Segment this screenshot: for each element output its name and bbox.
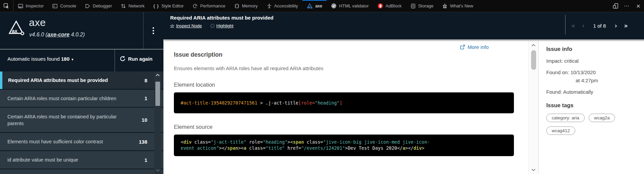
first-page-button[interactable]: « <box>571 23 575 29</box>
highlight-link[interactable]: Highlight <box>211 23 234 28</box>
tab-axe[interactable]: ax axe <box>302 0 327 12</box>
issues-found-label: Automatic issues found <box>7 56 61 62</box>
element-location-code: #act-title-19540292707471561 > .j-act-ti… <box>174 92 514 113</box>
performance-icon <box>192 3 198 9</box>
tag-wcag412: wcag412 <box>546 126 575 135</box>
tab-network[interactable]: Network <box>116 0 149 12</box>
highlight-icon <box>211 24 214 28</box>
tab-performance[interactable]: Performance <box>188 0 229 12</box>
tab-storage[interactable]: Storage <box>406 0 438 12</box>
more-info-link[interactable]: More info <box>460 44 489 50</box>
issue-row-color-contrast[interactable]: Elements must have sufficient color cont… <box>0 133 163 151</box>
issue-row-roles-contain-children[interactable]: Certain ARIA roles must contain particul… <box>0 90 163 108</box>
scroll-down-icon[interactable] <box>155 169 160 172</box>
issue-description-text: Ensures elements with ARIA roles have al… <box>174 65 528 71</box>
refresh-icon <box>120 56 126 62</box>
tab-adblock[interactable]: AdBlock <box>373 0 406 12</box>
code-line: event acticon"></span><a class="title" h… <box>181 145 507 151</box>
tab-style-editor[interactable]: { } Style Editor <box>149 0 188 12</box>
issue-row-required-aria-attributes[interactable]: Required ARIA attributes must be provide… <box>0 71 163 90</box>
memory-icon <box>234 3 240 9</box>
found-label: Found: <box>546 89 563 95</box>
pick-element-icon <box>3 3 9 9</box>
tag-wcag2a: wcag2a <box>589 114 615 122</box>
tab-label: What's New <box>450 3 473 8</box>
summary-divider <box>115 50 115 71</box>
axe-tab-icon: ax <box>307 3 313 9</box>
scroll-down-icon[interactable] <box>531 168 536 171</box>
element-source-heading: Element source <box>174 124 528 130</box>
tab-label: HTML validator <box>339 3 369 8</box>
tab-label: Storage <box>418 3 434 8</box>
issue-detail-panel: More info Issue description Ensures elem… <box>163 41 528 174</box>
pagination: « ‹ 1 of 8 › » <box>571 12 628 39</box>
issue-info-panel: Issue info Impact: critical Found on: 10… <box>538 41 644 174</box>
inspect-node-label: Inspect Node <box>176 23 202 28</box>
tab-label: axe <box>315 3 322 8</box>
issue-list-scrollbar[interactable] <box>154 71 161 174</box>
tab-memory[interactable]: Memory <box>230 0 262 12</box>
issue-row-id-unique[interactable]: id attribute value must be unique 1 <box>0 151 163 169</box>
content-scrollbar[interactable] <box>528 41 538 174</box>
next-page-button[interactable]: › <box>615 23 617 29</box>
tab-label: Style Editor <box>161 3 184 8</box>
tab-whats-new[interactable]: What's New <box>438 0 478 12</box>
axe-options-menu-button[interactable] <box>150 25 156 36</box>
last-page-button[interactable]: » <box>624 23 628 29</box>
axe-sidebar: ax axe v4.6.0 (axe-core 4.0.2) Automatic… <box>0 12 163 174</box>
issue-tags-heading: Issue tags <box>546 102 644 109</box>
tab-debugger[interactable]: Debugger <box>81 0 116 12</box>
tab-label: Inspector <box>26 3 43 8</box>
pagination-divider <box>565 15 565 34</box>
whats-new-icon <box>442 3 448 9</box>
header-divider <box>143 12 144 49</box>
scroll-up-icon[interactable] <box>155 74 160 77</box>
element-location-heading: Element location <box>174 82 528 88</box>
tab-label: Debugger <box>93 3 112 8</box>
tab-html-validator[interactable]: HTML validator <box>327 0 373 12</box>
tab-console[interactable]: Console <box>48 0 81 12</box>
found-on-row: Found on: 10/13/2020 at 4:27pm <box>546 69 644 83</box>
scrollbar-thumb[interactable] <box>531 50 536 70</box>
issues-found-dropdown[interactable]: Automatic issues found 180▾ <box>7 56 73 62</box>
tab-inspector[interactable]: Inspector <box>13 0 48 12</box>
issue-label: id attribute value must be unique <box>0 153 120 167</box>
issue-label: Certain ARIA roles must be contained by … <box>0 110 120 130</box>
devtools-menu-button[interactable]: ⋯ <box>621 0 633 12</box>
found-value: Automatically <box>563 89 593 95</box>
issue-label: Heading levels should only increase by o… <box>0 173 120 174</box>
impact-label: Impact: <box>546 58 564 64</box>
issue-row-partial[interactable]: Heading levels should only increase by o… <box>0 169 163 174</box>
impact-row: Impact: critical <box>546 58 644 64</box>
scrollbar-thumb[interactable] <box>155 82 160 106</box>
version-suffix: 4.0.2) <box>69 32 85 37</box>
scroll-up-icon[interactable] <box>531 44 536 47</box>
issue-row-roles-contained-by-parents[interactable]: Certain ARIA roles must be contained by … <box>0 108 163 133</box>
found-row: Found: Automatically <box>546 89 644 95</box>
network-icon <box>121 3 126 9</box>
previous-page-button[interactable]: ‹ <box>582 23 585 29</box>
found-on-time: at 4:27pm <box>546 78 644 83</box>
inspect-node-link[interactable]: </> Inspect Node <box>170 23 202 28</box>
tab-label: AdBlock <box>386 3 402 8</box>
code-brackets-icon: </> <box>170 24 174 28</box>
element-source-code: <div class="j-act-title" role="heading">… <box>174 135 514 156</box>
close-devtools-button[interactable]: × <box>633 0 644 12</box>
run-again-button[interactable]: Run again <box>120 56 153 62</box>
console-icon <box>52 3 58 9</box>
html-validator-icon <box>331 3 337 9</box>
issue-description-heading: Issue description <box>174 51 528 58</box>
more-info-label: More info <box>467 44 489 50</box>
issue-header-actions: </> Inspect Node Highlight <box>170 23 234 28</box>
summary-row: Automatic issues found 180▾ Run again <box>0 50 163 71</box>
storage-icon <box>410 3 416 9</box>
pick-element-button[interactable] <box>0 0 13 12</box>
axe-core-link[interactable]: axe-core <box>47 32 69 37</box>
tab-accessibility[interactable]: Accessibility <box>262 0 303 12</box>
highlight-label: Highlight <box>216 23 234 28</box>
meatballs-icon: ⋯ <box>624 3 630 9</box>
responsive-design-mode-button[interactable] <box>610 0 621 12</box>
issue-tags: category: aria wcag2a wcag412 <box>546 114 639 135</box>
close-icon: × <box>636 3 640 9</box>
found-on-date: 10/13/2020 <box>571 69 596 75</box>
